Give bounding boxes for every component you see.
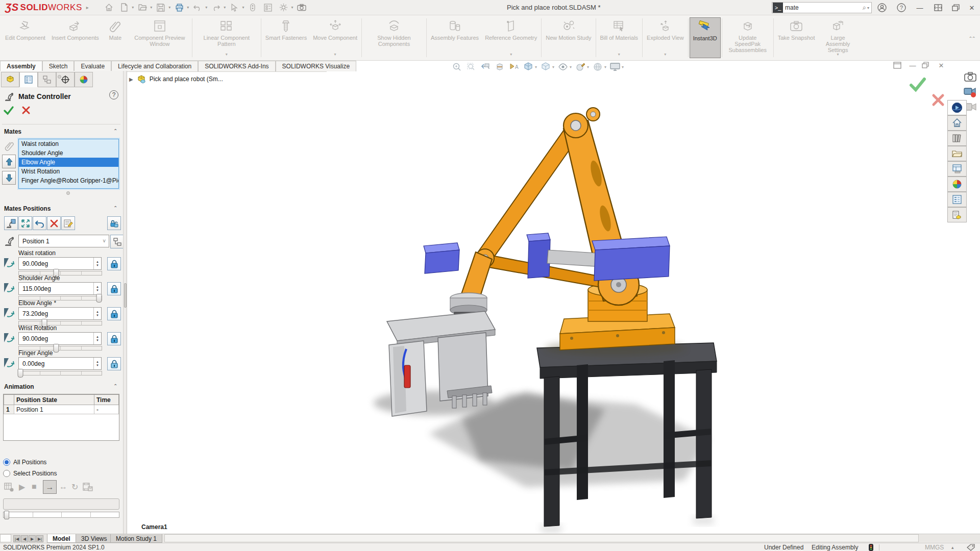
ribbon-instant3d[interactable]: Instant3D <box>690 17 721 58</box>
breadcrumb[interactable]: ▶ Pick and place robot (Sm... <box>129 74 223 84</box>
view-palette-tab[interactable] <box>947 161 967 177</box>
ribbon-move-component[interactable]: Move Component▾ <box>310 17 360 58</box>
stop-icon[interactable]: ■ <box>32 482 37 491</box>
update-positions-button[interactable] <box>18 216 32 230</box>
timeline-thumb[interactable] <box>4 511 9 519</box>
section-view-icon[interactable] <box>494 62 505 72</box>
ribbon-update-speedpak[interactable]: Update SpeedPak Subassemblies <box>723 17 772 58</box>
doc-restore-icon[interactable] <box>922 62 932 69</box>
tab-assembly[interactable]: Assembly <box>0 61 42 71</box>
loop-icon[interactable]: ↻ <box>71 482 78 492</box>
form-icon[interactable] <box>261 2 275 14</box>
dropdown-caret-icon[interactable]: ▾ <box>510 52 512 58</box>
animation-table[interactable]: Position State Time 1 Position 1 - <box>3 394 119 441</box>
view-orientation-icon[interactable] <box>523 62 534 72</box>
ribbon-large-assembly-settings[interactable]: Large Assembly Settings▾ <box>818 17 858 58</box>
first-tab-icon[interactable]: |◀ <box>13 535 20 542</box>
window-layout-button[interactable] <box>931 2 945 14</box>
expand-arrow-icon[interactable]: ▶ <box>129 77 133 82</box>
timeline-track[interactable] <box>3 512 119 518</box>
options-gear-icon[interactable] <box>277 2 290 14</box>
spinner-icon[interactable]: ▲▼ <box>93 283 101 294</box>
mate-item[interactable]: Wrist Rotation <box>19 167 118 176</box>
close-button[interactable]: ✕ <box>965 2 979 14</box>
ribbon-show-hidden-components[interactable]: Show Hidden Components <box>363 17 425 58</box>
search-input[interactable]: mate <box>785 4 863 11</box>
slider-value-input[interactable]: 73.20deg▲▼ <box>18 307 102 320</box>
screen-capture-icon[interactable] <box>295 2 308 14</box>
animation-section-header[interactable]: Animation <box>4 383 34 390</box>
slider-thumb[interactable] <box>18 369 23 378</box>
account-icon[interactable] <box>875 2 889 14</box>
ribbon-take-snapshot[interactable]: Take Snapshot <box>775 17 818 58</box>
spinner-icon[interactable]: ▲▼ <box>93 258 101 269</box>
confirm-corner-accept[interactable] <box>909 77 926 92</box>
add-position-button[interactable] <box>4 216 18 230</box>
threedexperience-tab[interactable] <box>947 100 967 115</box>
slider-thumb[interactable] <box>96 294 102 303</box>
tab-lifecycle[interactable]: Lifecycle and Collaboration <box>111 61 198 71</box>
ribbon-new-motion-study[interactable]: New Motion Study <box>543 17 594 58</box>
ribbon-bill-of-materials[interactable]: Bill of Materials▾ <box>597 17 642 58</box>
cancel-button[interactable] <box>21 106 31 116</box>
mate-item[interactable]: Finger Angle@Robot Gripper-1@Pic <box>19 176 118 185</box>
next-tab-icon[interactable]: ▶ <box>29 535 36 542</box>
reciprocate-icon[interactable]: ↔ <box>59 482 67 491</box>
search-caret-icon[interactable]: ▾ <box>867 6 869 10</box>
appearances-tab[interactable] <box>947 177 967 192</box>
configuration-manager-tab[interactable] <box>38 72 56 87</box>
slider-value-input[interactable]: 90.00deg▲▼ <box>18 332 102 345</box>
view-settings-icon[interactable] <box>609 62 621 72</box>
record-video-icon[interactable] <box>964 87 977 98</box>
tab-visualize[interactable]: SOLIDWORKS Visualize <box>276 61 357 71</box>
tab-addins[interactable]: SOLIDWORKS Add-Ins <box>198 61 275 71</box>
search-icon[interactable]: ⌕ <box>863 4 866 12</box>
last-tab-icon[interactable]: ▶| <box>36 535 43 542</box>
solidworks-resources-tab[interactable] <box>947 207 967 222</box>
step-forward-button[interactable]: → <box>43 480 57 494</box>
splitter-grab-handle[interactable] <box>124 283 127 308</box>
tab-evaluate[interactable]: Evaluate <box>74 61 111 71</box>
mate-item[interactable]: Waist rotation <box>19 139 118 148</box>
graphics-area[interactable]: ▶ Pick and place robot (Sm... Camera1 <box>127 72 980 534</box>
help-icon[interactable]: ? <box>894 2 909 14</box>
ribbon-collapse-icon[interactable]: ⌃⌃ <box>968 36 975 41</box>
lock-button[interactable] <box>107 257 121 270</box>
tag-icon[interactable] <box>967 544 975 551</box>
brand-expand-icon[interactable]: ▸ <box>86 5 89 10</box>
tab-motion-study[interactable]: Motion Study 1 <box>110 534 162 543</box>
tab-scroll-home[interactable] <box>0 534 11 542</box>
lock-button[interactable] <box>107 282 121 295</box>
delete-position-button[interactable] <box>47 216 61 230</box>
redo-icon[interactable] <box>209 2 223 14</box>
slider-value-input[interactable]: 90.00deg▲▼ <box>18 257 102 270</box>
panel-splitter-dot[interactable] <box>58 75 61 79</box>
apply-scene-icon[interactable] <box>592 62 603 72</box>
robot-model[interactable] <box>357 82 745 534</box>
ribbon-component-preview-window[interactable]: Component Preview Window <box>129 17 191 58</box>
dropdown-caret-icon[interactable]: ▾ <box>837 52 839 58</box>
new-document-icon[interactable] <box>117 2 131 14</box>
spinner-icon[interactable]: ▲▼ <box>93 358 101 369</box>
move-mate-up-button[interactable] <box>2 155 16 168</box>
tab-sketch[interactable]: Sketch <box>42 61 75 71</box>
home-icon[interactable] <box>102 2 115 14</box>
spinner-icon[interactable]: ▲▼ <box>93 308 101 319</box>
tab-model[interactable]: Model <box>47 534 76 543</box>
dropdown-caret-icon[interactable]: ▾ <box>226 52 228 58</box>
minimize-button[interactable]: — <box>913 2 927 14</box>
edit-appearance-icon[interactable] <box>575 62 586 72</box>
position-config-button[interactable] <box>110 235 124 248</box>
display-manager-tab[interactable] <box>75 72 93 87</box>
collapse-caret-icon[interactable]: ⌃ <box>113 383 117 389</box>
lock-button[interactable] <box>107 357 121 370</box>
property-manager-tab[interactable] <box>19 72 38 87</box>
mates-section-header[interactable]: Mates <box>4 128 21 135</box>
panel-help-icon[interactable]: ? <box>109 90 118 99</box>
search-box[interactable]: >_ mate ⌕ ▾ <box>772 2 872 13</box>
collapse-caret-icon[interactable]: ⌃ <box>113 128 117 134</box>
doc-close-icon[interactable]: ✕ <box>936 62 946 69</box>
slider-value-input[interactable]: 115.00deg▲▼ <box>18 282 102 295</box>
save-icon[interactable] <box>154 2 167 14</box>
ribbon-insert-components[interactable]: Insert Components <box>48 17 102 58</box>
